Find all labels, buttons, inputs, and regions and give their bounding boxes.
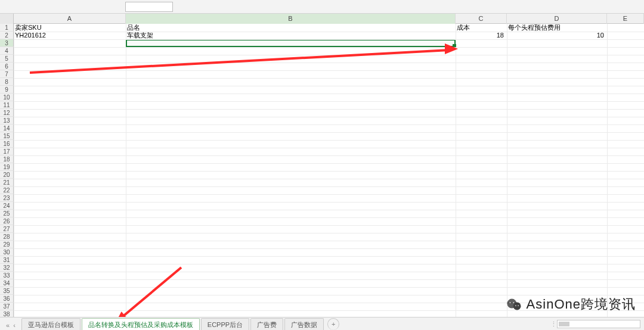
row-header[interactable]: 26 (0, 217, 14, 225)
gridline-h (14, 256, 644, 257)
select-all-corner[interactable] (0, 14, 14, 24)
row-header[interactable]: 7 (0, 70, 14, 78)
col-header-d[interactable]: D (507, 14, 607, 24)
watermark-text: AsinOne跨境资讯 (527, 295, 636, 313)
row-header[interactable]: 12 (0, 109, 14, 117)
row-header[interactable]: 21 (0, 179, 14, 186)
cell-d1[interactable]: 每个头程预估费用 (507, 24, 606, 32)
row-header[interactable]: 32 (0, 264, 14, 272)
svg-point-3 (513, 302, 514, 303)
row-header[interactable]: 15 (0, 132, 14, 140)
cell-c1[interactable]: 成本 (456, 24, 506, 32)
tab-strip-options-icon[interactable]: ⋮ (550, 320, 557, 330)
name-box[interactable] (125, 2, 173, 12)
row-header[interactable]: 5 (0, 55, 14, 63)
row-header[interactable]: 33 (0, 272, 14, 279)
row-header[interactable]: 29 (0, 241, 14, 248)
svg-point-4 (515, 305, 516, 306)
gridline-h (14, 78, 644, 79)
gridline-h (14, 287, 644, 288)
gridline-h (14, 63, 644, 63)
gridline-h (14, 186, 644, 187)
svg-point-5 (518, 305, 519, 306)
sheet-tab[interactable]: 亚马逊后台模板 (21, 318, 80, 330)
cell-a1[interactable]: 卖家SKU (14, 24, 125, 32)
row-header[interactable]: 27 (0, 225, 14, 233)
row-header[interactable]: 25 (0, 210, 14, 217)
row-header[interactable]: 9 (0, 86, 14, 94)
gridline-h (14, 279, 644, 280)
gridline-h (14, 225, 644, 226)
row-header[interactable]: 10 (0, 94, 14, 101)
row-header[interactable]: 24 (0, 202, 14, 210)
row-header[interactable]: 17 (0, 148, 14, 155)
row-header[interactable]: 6 (0, 63, 14, 70)
wechat-icon (506, 298, 522, 311)
row-header[interactable]: 1 (0, 24, 14, 32)
row-header[interactable]: 4 (0, 47, 14, 55)
active-cell[interactable] (126, 39, 456, 47)
cell-b2[interactable]: 车载支架 (126, 32, 455, 39)
row-header[interactable]: 30 (0, 248, 14, 256)
sheet-tab[interactable]: 品名转换及头程预估及采购成本模板 (82, 318, 200, 330)
cell-b1[interactable]: 品名 (126, 24, 455, 32)
gridline-h (14, 202, 644, 203)
gridline-h (14, 101, 644, 102)
row-header[interactable]: 22 (0, 186, 14, 194)
row-header[interactable]: 19 (0, 163, 14, 171)
add-sheet-button[interactable]: + (327, 318, 339, 330)
formula-bar (0, 0, 644, 14)
gridline-h (14, 86, 644, 86)
gridline-h (14, 132, 644, 133)
row-header[interactable]: 8 (0, 78, 14, 86)
svg-point-1 (513, 302, 521, 310)
sheet-tab[interactable]: 广告数据 (284, 318, 324, 330)
scrollbar-thumb[interactable] (559, 322, 569, 326)
row-header[interactable]: 35 (0, 287, 14, 295)
gridline-h (14, 217, 644, 218)
cell-a2[interactable]: YH201612 (14, 32, 125, 39)
gridline-h (14, 171, 644, 172)
gridline-h (14, 155, 644, 156)
row-header[interactable]: 20 (0, 171, 14, 179)
row-header[interactable]: 28 (0, 233, 14, 241)
gridline-h (14, 179, 644, 179)
gridline-h (14, 264, 644, 264)
row-header[interactable]: 31 (0, 256, 14, 264)
gridline-h (14, 47, 644, 48)
col-header-e[interactable]: E (607, 14, 644, 24)
row-header[interactable]: 37 (0, 303, 14, 310)
gridline-v (507, 24, 507, 317)
svg-point-2 (509, 302, 510, 303)
sheet-tab-strip: « ‹ 亚马逊后台模板 品名转换及头程预估及采购成本模板 ECPPP后台 广告费… (0, 317, 644, 330)
row-header[interactable]: 34 (0, 279, 14, 287)
row-header[interactable]: 11 (0, 101, 14, 109)
gridline-v (456, 24, 456, 317)
tab-nav: « ‹ (0, 322, 21, 330)
row-header[interactable]: 23 (0, 194, 14, 202)
horizontal-scrollbar[interactable] (557, 320, 640, 328)
row-header[interactable]: 16 (0, 140, 14, 148)
cell-c2[interactable]: 18 (456, 32, 505, 39)
row-header[interactable]: 36 (0, 295, 14, 303)
gridline-h (14, 124, 644, 125)
sheet-tab[interactable]: ECPPP后台 (201, 318, 249, 330)
gridline-h (14, 194, 644, 195)
tab-nav-first[interactable]: « (5, 322, 11, 329)
gridline-h (14, 272, 644, 272)
col-header-a[interactable]: A (14, 14, 126, 24)
col-header-b[interactable]: B (126, 14, 456, 24)
row-header[interactable]: 18 (0, 155, 14, 163)
gridline-h (14, 241, 644, 241)
row-header[interactable]: 3 (0, 39, 14, 47)
tab-nav-prev[interactable]: ‹ (12, 322, 17, 329)
col-header-c[interactable]: C (456, 14, 507, 24)
sheet-tab[interactable]: 广告费 (250, 318, 283, 330)
column-header-row: A B C D E (0, 14, 644, 24)
gridline-h (14, 248, 644, 249)
row-header[interactable]: 13 (0, 117, 14, 124)
row-header[interactable]: 14 (0, 124, 14, 132)
row-header[interactable]: 2 (0, 32, 14, 39)
cell-d2[interactable]: 10 (507, 32, 605, 39)
row-header[interactable]: 38 (0, 310, 14, 317)
